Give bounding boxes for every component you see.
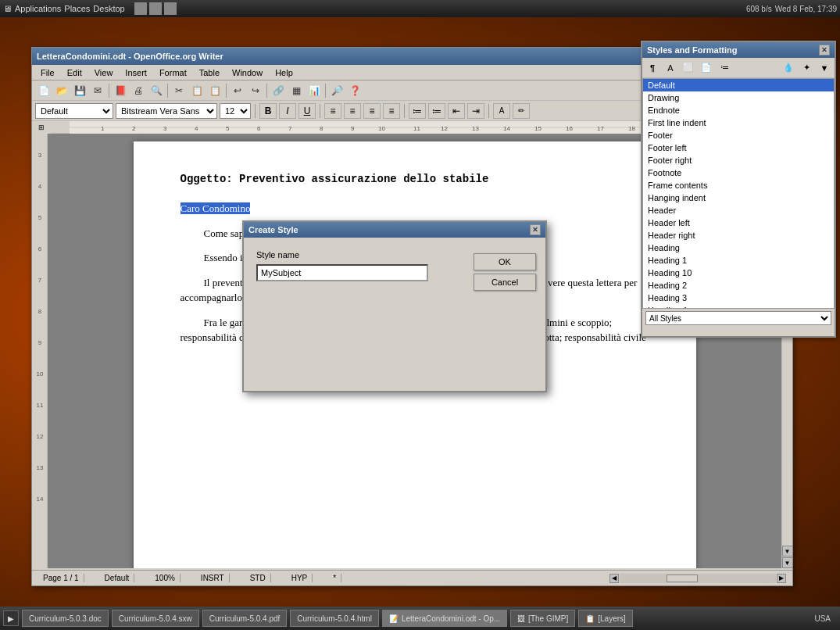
taskbar-top-left: 🖥 Applications Places Desktop (3, 2, 177, 15)
clock: Wed 8 Feb, 17:39 (775, 5, 837, 13)
taskbar-item-4-label: Curriculum-5.0.4.html (297, 614, 372, 623)
dialog-close-button[interactable]: ✕ (530, 224, 541, 235)
apps-icon: 🖥 (3, 4, 12, 13)
taskbar-item-3-label: Curriculum-5.0.4.pdf (209, 614, 281, 623)
places-menu[interactable]: Places (64, 4, 90, 13)
dialog-overlay: Create Style ✕ Style name OK Cancel (0, 17, 840, 613)
dialog-title: Create Style (248, 225, 298, 234)
taskbar-icons (134, 2, 177, 15)
network-speed: 608 b/s (746, 5, 772, 13)
layers-icon: 📋 (585, 614, 595, 623)
taskbar-top-right: 608 b/s Wed 8 Feb, 17:39 (746, 5, 837, 13)
dialog-buttons: OK Cancel (474, 253, 536, 291)
app-icon-2[interactable] (149, 2, 162, 15)
app-icon-3[interactable] (164, 2, 177, 15)
desktop-menu[interactable]: Desktop (93, 4, 124, 13)
writer-icon: 📝 (389, 614, 399, 623)
desktop: LetteraCondomini.odt - OpenOffice.org Wr… (0, 17, 840, 613)
cancel-button[interactable]: Cancel (474, 274, 536, 291)
taskbar-start-icon[interactable]: ▶ (3, 610, 19, 626)
taskbar-item-1-label: Curriculum-5.0.3.doc (29, 614, 102, 623)
dialog-main-area: OK Cancel (256, 264, 533, 281)
style-name-input[interactable] (256, 264, 428, 281)
taskbar-item-7-label: [Layers] (598, 614, 626, 623)
taskbar-item-2-label: Curriculum-5.0.4.sxw (119, 614, 192, 623)
taskbar-top: 🖥 Applications Places Desktop 608 b/s We… (0, 0, 840, 17)
dialog-content: Style name OK Cancel (244, 238, 545, 294)
dialog-titlebar: Create Style ✕ (244, 222, 545, 238)
create-style-dialog: Create Style ✕ Style name OK Cancel (242, 220, 547, 392)
taskbar-item-5-label: LetteraCondomini.odt - Op... (402, 614, 500, 623)
locale-indicator: USA (808, 614, 837, 623)
gimp-icon: 🖼 (517, 614, 525, 623)
applications-menu[interactable]: Applications (15, 4, 61, 13)
app-icon-1[interactable] (134, 2, 147, 15)
ok-button[interactable]: OK (474, 253, 536, 270)
taskbar-item-6-label: [The GIMP] (528, 614, 568, 623)
